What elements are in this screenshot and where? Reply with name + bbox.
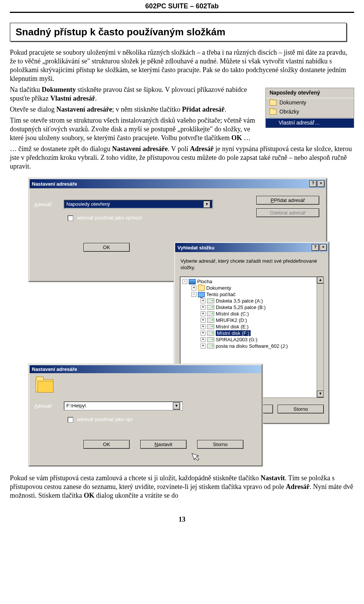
svg-marker-0 <box>192 452 200 462</box>
tree-node-drive-e[interactable]: + Místní disk (E:) <box>181 323 323 330</box>
scroll-up-button[interactable]: ▲ <box>317 277 324 284</box>
remove-folder-button[interactable]: Odebrat adresář <box>256 208 319 217</box>
folder-icon <box>270 109 276 115</box>
adresar-label: Adresář: <box>34 403 58 409</box>
tree-node-drive-b[interactable]: + Disketa 5,25 palce (B:) <box>181 304 323 311</box>
adresar-combobox[interactable]: F:\Helpy\ ▼ <box>64 401 183 410</box>
ok-button[interactable]: OK <box>83 243 130 252</box>
drive-icon <box>207 324 214 329</box>
default-checkbox-row[interactable]: adresář používat jako výc <box>67 416 257 423</box>
tree-node-mycomputer[interactable]: − Tento počítač <box>181 291 323 298</box>
desktop-icon <box>189 279 196 284</box>
adresar-label: Adresář: <box>34 202 58 207</box>
menu-item-label: Dokumenty <box>279 99 306 106</box>
tree-node-desktop[interactable]: − Plocha <box>181 278 323 285</box>
menu-item-label: Vlastní adresář… <box>279 120 320 126</box>
tree-node-drive-a[interactable]: + Disketa 3,5 palce (A:) <box>181 298 323 304</box>
folder-icon <box>198 285 205 291</box>
menu-item-label: Obrázky <box>279 109 299 115</box>
paragraph-6: Pokud se vám přístupová cesta zamlouvá a… <box>10 474 354 500</box>
close-button[interactable]: × <box>317 180 325 187</box>
tree-node-drive-j[interactable]: + posta na disku Software_602 (J:) <box>181 343 323 349</box>
scrollbar[interactable]: ▲ ▼ <box>317 277 323 397</box>
checkbox-label: adresář používat jako výc <box>77 416 133 422</box>
section-title: Snadný přístup k často používaným složká… <box>10 23 347 41</box>
floppy-icon <box>207 298 214 303</box>
tree-node-drive-d[interactable]: + MRUFIK2 (D:) <box>181 317 323 323</box>
storno-button[interactable]: Storno <box>197 440 243 449</box>
chevron-down-icon[interactable]: ▼ <box>203 201 210 208</box>
window-title: Nastavení adresáře <box>32 366 77 372</box>
expand-icon[interactable]: + <box>201 311 206 316</box>
page-number: 13 <box>10 516 354 524</box>
chevron-down-icon[interactable]: ▼ <box>173 402 180 410</box>
titlebar[interactable]: Nastavení adresáře <box>30 365 262 373</box>
expand-icon[interactable]: + <box>201 337 206 342</box>
tree-node-drive-g[interactable]: + SPIRALA2003 (G:) <box>181 336 323 343</box>
recent-menu-panel: Naposledy otevřený Dokumenty Obrázky Vla… <box>265 88 354 128</box>
checkbox-label: adresář používat jako výchozí <box>77 215 142 221</box>
dialog-folder-settings-2: Nastavení adresáře Adresář: F:\Helpy\ ▼ <box>28 364 263 467</box>
drive-icon <box>207 311 214 316</box>
page-header: 602PC SUITE – 602Tab <box>10 0 354 13</box>
blank-icon <box>270 120 276 125</box>
paragraph-5: … čímž se dostanete zpět do dialogu Nast… <box>10 145 354 171</box>
tree-node-drive-f[interactable]: + Místní disk (F:) <box>181 330 323 336</box>
collapse-icon[interactable]: − <box>191 292 196 297</box>
network-drive-icon <box>207 344 214 349</box>
expand-icon[interactable]: + <box>191 285 196 290</box>
window-title: Nastavení adresáře <box>32 181 77 187</box>
checkbox-icon[interactable] <box>67 417 73 423</box>
folder-icon <box>36 379 53 392</box>
expand-icon[interactable]: + <box>201 331 206 336</box>
tree-node-drive-c[interactable]: + Místní disk (C:) <box>181 311 323 317</box>
ok-button[interactable]: OK <box>83 440 130 449</box>
cancel-button[interactable]: Storno <box>278 405 324 413</box>
menu-separator <box>268 117 351 118</box>
expand-icon[interactable]: + <box>201 298 206 303</box>
floppy-icon <box>207 305 214 310</box>
recent-menu-header: Naposledy otevřený <box>266 88 354 98</box>
expand-icon[interactable]: + <box>201 324 206 329</box>
folder-icon <box>270 100 276 106</box>
adresar-value: F:\Helpy\ <box>66 402 86 409</box>
paragraph-1: Pokud pracujete se soubory uloženými v n… <box>10 48 354 83</box>
expand-icon[interactable]: + <box>201 318 206 323</box>
adresar-value: Naposledy otevřený <box>66 201 110 208</box>
collapse-icon[interactable]: − <box>182 279 187 284</box>
tree-node-documents[interactable]: + Dokumenty <box>181 285 323 291</box>
titlebar[interactable]: Nastavení adresáře ? × <box>30 179 326 188</box>
menu-item-custom-folder[interactable]: Vlastní adresář… <box>266 118 354 128</box>
titlebar[interactable]: Vyhledat složku ? × <box>175 243 328 252</box>
drive-icon <box>207 331 214 336</box>
close-button[interactable]: × <box>320 244 327 251</box>
scroll-down-button[interactable]: ▼ <box>317 391 324 397</box>
menu-item-documents[interactable]: Dokumenty <box>266 98 354 107</box>
computer-icon <box>198 292 205 297</box>
add-folder-button[interactable]: PPřidat adresář <box>256 196 319 205</box>
nastavit-button[interactable]: Nastavit <box>140 440 187 449</box>
menu-item-images[interactable]: Obrázky <box>266 107 354 117</box>
help-button[interactable]: ? <box>309 180 317 187</box>
checkbox-icon[interactable]: ✓ <box>67 215 73 221</box>
help-button[interactable]: ? <box>312 244 319 251</box>
screenshot-stack: Nastavení adresáře ? × PPřidat adresář O… <box>10 178 354 470</box>
expand-icon[interactable]: + <box>201 344 206 349</box>
window-title: Vyhledat složku <box>177 245 215 251</box>
browse-prompt: Vyberte adresář, který chcete zařadit me… <box>180 258 323 271</box>
adresar-combobox[interactable]: Naposledy otevřený ▼ <box>64 200 213 209</box>
expand-icon[interactable]: + <box>201 305 206 310</box>
drive-icon <box>207 337 214 342</box>
drive-icon <box>207 318 214 323</box>
